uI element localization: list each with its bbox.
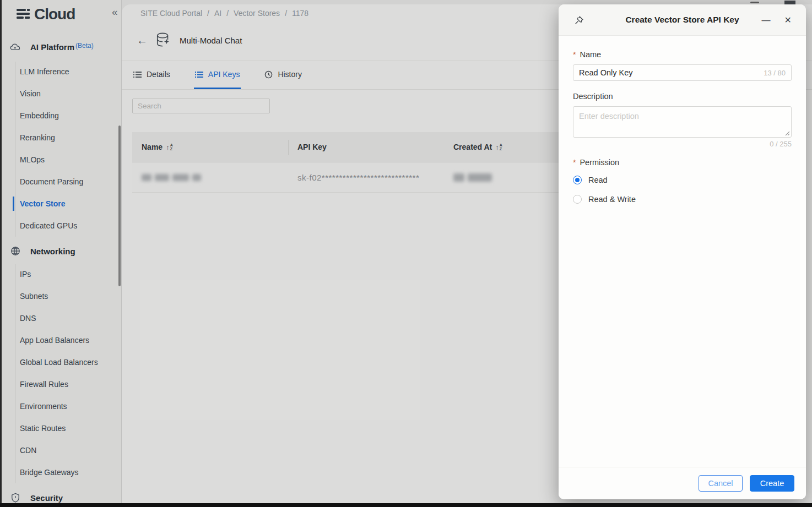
tab-api-keys[interactable]: API Keys [194, 61, 241, 89]
sidebar-item-embedding[interactable]: Embedding [2, 105, 121, 127]
sidebar-item-document-parsing[interactable]: Document Parsing [2, 171, 121, 193]
back-icon[interactable]: ← [137, 34, 148, 47]
sidebar-item-ips[interactable]: IPs [2, 263, 121, 285]
list-icon [133, 71, 142, 78]
sidebar-item-vector-store[interactable]: Vector Store [2, 193, 121, 215]
name-field: 13 / 80 [573, 64, 792, 81]
breadcrumb-item: 1178 [292, 9, 308, 18]
breadcrumb: SITE Cloud Portal / AI / Vector Stores /… [140, 9, 308, 18]
sidebar-item-llm-inference[interactable]: LLM Inference [2, 61, 121, 83]
required-asterisk: * [573, 158, 576, 167]
tab-label: History [278, 70, 302, 79]
sort-icon[interactable]: ↑ AZ [166, 143, 173, 151]
modal-header: Create Vector Store API Key — ✕ [559, 4, 806, 36]
sidebar-item-bridge-gateways[interactable]: Bridge Gateways [2, 461, 121, 483]
breadcrumb-item[interactable]: AI [214, 9, 221, 18]
hidden-toolbar-fragment [750, 2, 759, 3]
sidebar-scrollbar-thumb[interactable] [118, 126, 121, 286]
description-field-label: Description [573, 92, 792, 101]
column-header-name[interactable]: Name ↑ AZ [132, 143, 288, 151]
close-icon[interactable]: ✕ [784, 16, 792, 25]
clock-icon [264, 70, 273, 79]
section-label: Security [30, 493, 63, 503]
modal-footer: Cancel Create [559, 467, 806, 499]
name-char-counter: 13 / 80 [764, 69, 786, 77]
tab-history[interactable]: History [263, 61, 303, 89]
shield-icon [9, 492, 21, 504]
description-char-counter: 0 / 255 [573, 140, 792, 148]
tab-details[interactable]: Details [132, 61, 171, 89]
tab-label: API Keys [208, 70, 240, 79]
sidebar-item-subnets[interactable]: Subnets [2, 285, 121, 307]
breadcrumb-item[interactable]: Vector Stores [234, 9, 280, 18]
search-input[interactable] [132, 99, 270, 113]
beta-badge: (Beta) [75, 42, 94, 50]
collapse-sidebar-icon[interactable]: « [112, 6, 118, 18]
cancel-button[interactable]: Cancel [699, 475, 743, 492]
brand-logo-icon [15, 7, 32, 22]
permission-field-label: * Permission [573, 158, 792, 167]
screen-left-edge [0, 0, 2, 507]
tab-label: Details [147, 70, 170, 79]
sidebar-section-ai-platform[interactable]: AI Platform(Beta) [9, 41, 94, 53]
section-label: Networking [30, 247, 75, 256]
breadcrumb-separator: / [285, 9, 287, 18]
minimize-icon[interactable]: — [762, 16, 771, 25]
name-field-label: * Name [573, 50, 792, 59]
create-button[interactable]: Create [750, 475, 794, 492]
radio-unselected-icon[interactable] [573, 195, 582, 204]
create-api-key-modal: Create Vector Store API Key — ✕ * Name 1… [559, 4, 806, 499]
description-placeholder: Enter description [579, 112, 639, 121]
breadcrumb-separator: / [207, 9, 209, 18]
name-input[interactable] [579, 68, 764, 77]
cell-name-redacted [132, 174, 288, 181]
redacted-text-blob [453, 173, 492, 182]
sidebar-item-vision[interactable]: Vision [2, 83, 121, 105]
column-separator [288, 140, 289, 155]
sidebar-item-dns[interactable]: DNS [2, 307, 121, 329]
cell-api-key: sk-f02**************************** [288, 173, 444, 182]
radio-selected-icon[interactable] [573, 176, 582, 184]
sidebar-section-networking[interactable]: Networking [9, 245, 75, 257]
brand-logo-text: Cloud [34, 6, 75, 23]
hidden-toolbar-fragment [784, 1, 795, 4]
brand-logo[interactable]: Cloud [15, 6, 75, 23]
column-header-api-key: API Key [288, 143, 444, 151]
description-textarea[interactable]: Enter description [573, 106, 792, 138]
cloud-icon [9, 41, 21, 53]
breadcrumb-item[interactable]: SITE Cloud Portal [140, 9, 202, 18]
sidebar-item-firewall-rules[interactable]: Firewall Rules [2, 373, 121, 395]
resize-grip-icon[interactable] [785, 131, 790, 136]
sidebar-item-static-routes[interactable]: Static Routes [2, 417, 121, 439]
page-title: Multi-Modal Chat [180, 36, 242, 45]
required-asterisk: * [573, 50, 576, 59]
sidebar: Cloud AI Platform(Beta) LLM Inference Vi… [2, 0, 122, 507]
list-icon [195, 71, 203, 78]
vector-store-icon [155, 32, 172, 48]
redacted-text-blob [142, 174, 201, 181]
breadcrumb-separator: / [226, 9, 229, 18]
sidebar-item-environments[interactable]: Environments [2, 395, 121, 417]
sidebar-item-reranking[interactable]: Reranking [2, 127, 121, 149]
sidebar-item-mlops[interactable]: MLOps [2, 149, 121, 171]
sidebar-item-app-load-balancers[interactable]: App Load Balancers [2, 329, 121, 351]
sidebar-item-dedicated-gpus[interactable]: Dedicated GPUs [2, 215, 121, 237]
sidebar-item-global-load-balancers[interactable]: Global Load Balancers [2, 351, 121, 373]
permission-option-read[interactable]: Read [573, 174, 792, 186]
permission-option-read-write[interactable]: Read & Write [573, 193, 792, 205]
sort-icon[interactable]: ↑ AZ [495, 143, 502, 151]
tab-bar: Details API Keys History [132, 61, 303, 89]
section-label: AI Platform [30, 42, 74, 52]
sidebar-section-security[interactable]: Security [9, 492, 63, 504]
globe-icon [9, 245, 21, 257]
sidebar-item-cdn[interactable]: CDN [2, 439, 121, 461]
screen-bottom-edge [0, 503, 812, 507]
